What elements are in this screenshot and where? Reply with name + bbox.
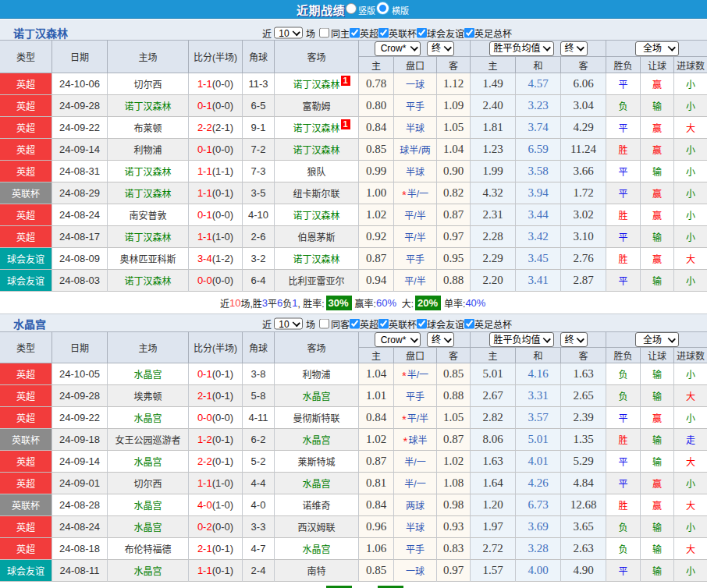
ah-home-odds: 1.06 — [359, 538, 394, 560]
home-team[interactable]: 诺丁汉森林 — [108, 270, 189, 292]
same-venue-checkbox[interactable] — [319, 28, 329, 38]
home-team[interactable]: 女王公园巡游者 — [108, 429, 189, 451]
ah-line-text: 半球 — [406, 167, 425, 178]
corners: 2-6 — [243, 226, 275, 248]
home-team[interactable]: 水晶宫 — [108, 451, 189, 473]
away-team[interactable]: 比利亚雷亚尔 — [275, 270, 359, 292]
home-team[interactable]: 水晶宫 — [108, 516, 189, 538]
score-halftime: (1-0) — [212, 231, 233, 243]
away-team[interactable]: 诺丁汉森林 — [275, 204, 359, 226]
layout-radio-vertical[interactable] — [346, 3, 357, 14]
away-team[interactable]: 水晶宫 — [275, 429, 359, 451]
league-checkbox-英联杯[interactable] — [378, 319, 389, 329]
home-team[interactable]: 诺丁汉森林 — [108, 226, 189, 248]
avg-odds-select[interactable]: 胜平负均值 — [489, 41, 554, 56]
away-team[interactable]: 诺丁汉森林 — [275, 248, 359, 270]
away-team[interactable]: 莱斯特城 — [275, 451, 359, 473]
result-goals: 小 — [674, 407, 707, 429]
away-team[interactable]: 诺丁汉森林 — [275, 139, 359, 161]
away-team[interactable]: 狼队 — [275, 161, 359, 182]
home-team[interactable]: 水晶宫 — [108, 494, 189, 516]
away-team[interactable]: 水晶宫 — [275, 385, 359, 407]
away-team[interactable]: 伯恩茅斯 — [275, 226, 359, 248]
home-team[interactable]: 切尔西 — [108, 473, 189, 494]
avg-draw-odds: 4.57 — [516, 73, 561, 95]
odds-time-select[interactable]: 终 — [427, 332, 454, 347]
result-handicap: 输 — [641, 226, 674, 248]
result-handicap: 输 — [641, 363, 674, 385]
home-team[interactable]: 布莱顿 — [108, 117, 189, 139]
team-name-text: 比利亚雷亚尔 — [288, 276, 344, 287]
home-team[interactable]: 诺丁汉森林 — [108, 182, 189, 204]
avg-time-select[interactable]: 终 — [560, 41, 588, 56]
league-checkbox-英超[interactable] — [350, 319, 360, 329]
avg-odds-select[interactable]: 胜平负均值 — [489, 332, 554, 347]
home-team[interactable]: 埃弗顿 — [108, 385, 189, 407]
home-team[interactable]: 诺丁汉森林 — [108, 161, 189, 182]
ah-home-odds: 0.84 — [359, 407, 394, 429]
avg-draw-odds: 3.69 — [516, 516, 561, 538]
away-team[interactable]: 诺维奇 — [275, 494, 359, 516]
team-name-text: 诺丁汉森林 — [293, 254, 339, 265]
away-team[interactable]: 水晶宫 — [275, 473, 359, 494]
team-name-wrap: 水晶宫 — [133, 520, 162, 533]
team-name-text: 莱斯特城 — [297, 457, 335, 468]
home-team[interactable]: 奥林匹亚科斯 — [108, 248, 189, 270]
away-team[interactable]: 利物浦 — [275, 363, 359, 385]
team-name-text: 切尔西 — [133, 80, 162, 90]
odds-time-select[interactable]: 终 — [427, 41, 454, 56]
bookmaker-select[interactable]: Crow* — [375, 332, 421, 347]
league-checkbox-英足总杯[interactable] — [464, 28, 474, 38]
home-team[interactable]: 利物浦 — [108, 139, 189, 161]
team-name-wrap: 切尔西 — [133, 77, 162, 90]
filter-games-label: 场 — [306, 317, 315, 331]
period-select[interactable]: 全场 — [635, 332, 679, 347]
league-checkbox-英联杯[interactable] — [378, 28, 389, 38]
avg-away-odds: 6.06 — [561, 73, 606, 95]
ah-away-odds: 1.04 — [437, 139, 471, 161]
league-checkbox-球会友谊[interactable] — [417, 28, 427, 38]
summary-line: 近10场,胜3平6负1, 胜率:30%赢率:60% 大:20%单率:40% — [220, 296, 485, 310]
away-team[interactable]: 曼彻斯特联 — [275, 407, 359, 429]
home-team[interactable]: 布伦特福德 — [108, 538, 189, 560]
away-team[interactable]: 诺丁汉森林1 — [275, 117, 359, 139]
team-name-wrap: 富勒姆 — [302, 99, 330, 112]
match-count-select[interactable]: 10 — [274, 318, 303, 330]
league-badge: 球会友谊 — [0, 248, 52, 270]
team-name-text: 水晶宫 — [302, 435, 330, 446]
layout-radio-horizontal[interactable] — [377, 2, 389, 14]
score-halftime: (1-2) — [212, 253, 233, 264]
corners: 3-8 — [243, 363, 275, 385]
match-row: 英超 24-09-22 布莱顿 2-2(2-1) 9-1 诺丁汉森林1 0.84… — [0, 117, 707, 139]
away-team[interactable]: 南特 — [275, 560, 359, 582]
away-team[interactable]: 西汉姆联 — [275, 516, 359, 538]
avg-time-select[interactable]: 终 — [560, 332, 588, 347]
match-count-select[interactable]: 10 — [274, 27, 303, 39]
league-checkbox-英超[interactable] — [350, 28, 360, 38]
league-badge: 英联杯 — [0, 182, 52, 204]
same-venue-checkbox[interactable] — [319, 319, 329, 329]
away-team[interactable]: 富勒姆 — [275, 95, 359, 117]
home-team[interactable]: 水晶宫 — [108, 363, 189, 385]
match-row: 球会友谊 24-08-03 诺丁汉森林 0-0(0-0) 6-4 比利亚雷亚尔 … — [0, 270, 707, 292]
home-team[interactable]: 诺丁汉森林 — [108, 95, 189, 117]
team-name-wrap: 狼队 — [307, 165, 325, 178]
home-team[interactable]: 切尔西 — [108, 73, 189, 95]
ah-home-odds: 1.01 — [359, 385, 394, 407]
ah-away-odds: 0.90 — [437, 161, 471, 182]
away-team[interactable]: 诺丁汉森林1 — [275, 73, 359, 95]
home-team[interactable]: 水晶宫 — [108, 407, 189, 429]
league-checkbox-球会友谊[interactable] — [417, 319, 427, 329]
away-team[interactable]: 水晶宫 — [275, 538, 359, 560]
result-wdl: 负 — [606, 95, 641, 117]
period-select[interactable]: 全场 — [635, 41, 679, 56]
sub-col-header: 盘口 — [394, 348, 437, 363]
home-team[interactable]: 南安普敦 — [108, 204, 189, 226]
home-team[interactable]: 水晶宫 — [108, 560, 189, 582]
away-team[interactable]: 纽卡斯尔联 — [275, 182, 359, 204]
score-halftime: (0-0) — [212, 209, 233, 221]
avg-home-odds: 2.31 — [471, 204, 516, 226]
summary-line: 近10场,胜2平4负4, 胜率:20%赢率:30% 大:40% 单率:40% — [220, 586, 489, 588]
bookmaker-select[interactable]: Crow* — [375, 41, 421, 56]
league-checkbox-英足总杯[interactable] — [464, 319, 474, 329]
